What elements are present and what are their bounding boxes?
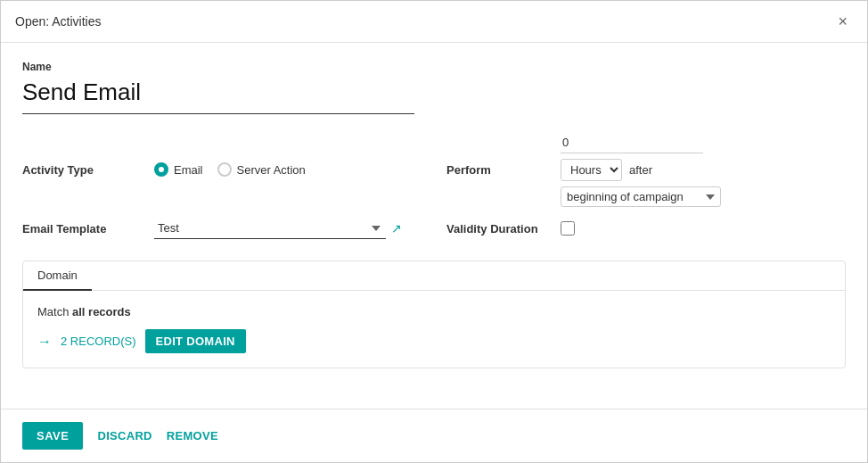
save-button[interactable]: SAVE <box>22 422 83 450</box>
email-radio-label: Email <box>174 163 203 177</box>
hours-select[interactable]: Hours <box>561 159 622 181</box>
perform-container: Hours after beginning of campaign <box>561 132 846 207</box>
discard-button[interactable]: DISCARD <box>97 429 151 442</box>
dialog-header: Open: Activities × <box>1 1 867 43</box>
activity-type-label: Activity Type <box>22 163 147 177</box>
arrow-right-icon: → <box>37 334 52 350</box>
validity-checkbox[interactable] <box>561 221 575 236</box>
name-label: Name <box>22 61 846 73</box>
form-grid: Activity Type Email Server Action Perfor… <box>22 132 846 239</box>
close-button[interactable]: × <box>832 12 853 31</box>
dialog-container: Open: Activities × Name Send Email Activ… <box>0 0 868 463</box>
server-action-radio-label: Server Action <box>237 163 306 177</box>
domain-tab: Domain <box>23 261 845 291</box>
server-action-radio[interactable] <box>217 162 232 177</box>
perform-input[interactable] <box>561 132 703 153</box>
dialog-title: Open: Activities <box>15 14 102 29</box>
campaign-select[interactable]: beginning of campaign <box>561 186 721 207</box>
match-prefix: Match <box>37 305 72 318</box>
external-link-icon[interactable]: ↗ <box>391 221 402 236</box>
after-label: after <box>629 163 652 177</box>
hours-after-row: Hours after <box>561 159 846 181</box>
dialog-footer: SAVE DISCARD REMOVE <box>1 409 867 462</box>
remove-button[interactable]: REMOVE <box>167 429 218 442</box>
domain-actions: → 2 RECORD(S) EDIT DOMAIN <box>37 329 831 353</box>
email-template-label: Email Template <box>22 222 147 236</box>
records-link[interactable]: 2 RECORD(S) <box>61 335 136 348</box>
match-bold: all records <box>72 305 131 318</box>
domain-content: Match all records → 2 RECORD(S) EDIT DOM… <box>23 291 845 368</box>
validity-row <box>561 221 846 236</box>
dialog-body: Name Send Email Activity Type Email Serv… <box>1 43 867 409</box>
email-radio-option[interactable]: Email <box>154 162 203 177</box>
edit-domain-button[interactable]: EDIT DOMAIN <box>145 329 246 353</box>
domain-tab-button[interactable]: Domain <box>23 261 92 291</box>
template-wrapper: Test ↗ <box>154 218 439 239</box>
name-value: Send Email <box>22 79 414 114</box>
match-text: Match all records <box>37 305 831 318</box>
domain-section: Domain Match all records → 2 RECORD(S) E… <box>22 260 846 368</box>
activity-type-radio-group: Email Server Action <box>154 162 439 177</box>
validity-duration-label: Validity Duration <box>446 222 553 236</box>
perform-label: Perform <box>446 163 553 177</box>
email-radio[interactable] <box>154 162 168 177</box>
server-action-radio-option[interactable]: Server Action <box>217 162 306 177</box>
email-template-select[interactable]: Test <box>154 218 386 239</box>
